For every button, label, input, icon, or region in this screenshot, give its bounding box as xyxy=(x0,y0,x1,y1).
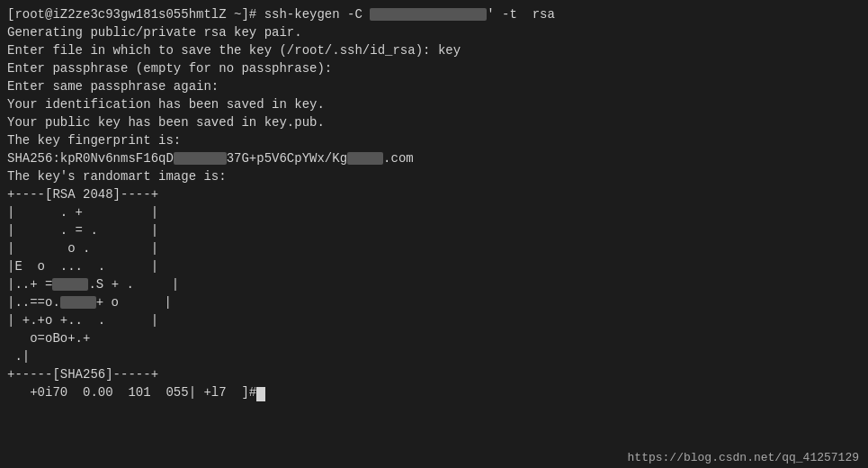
redacted-hash-1 xyxy=(174,152,227,165)
sha-hash-middle: 37G+p5V6CpYWx/Kg xyxy=(227,151,347,166)
terminal-bottom-line[interactable]: +0i70 0.00 101 055| +l7 ]# xyxy=(7,383,861,401)
terminal-line-6: Your identification has been saved in ke… xyxy=(7,95,861,113)
art-line-7: | +.+o +.. . | xyxy=(7,311,861,329)
terminal-line-1: [root@iZ2ze3c93gw181s055hmtlZ ~]# ssh-ke… xyxy=(7,5,861,23)
command-suffix: ' -t rsa xyxy=(487,7,555,22)
art-line-9: .| xyxy=(7,347,861,365)
art-line-4: |E o ... . | xyxy=(7,257,861,275)
art-line-5: |..+ = .S + . | xyxy=(7,275,861,293)
art-line-1: | . + | xyxy=(7,203,861,221)
url-watermark: https://blog.csdn.net/qq_41257129 xyxy=(628,451,859,464)
terminal-line-3: Enter file in which to save the key (/ro… xyxy=(7,41,861,59)
redacted-art-1 xyxy=(52,278,88,291)
terminal-line-2: Generating public/private rsa key pair. xyxy=(7,23,861,41)
terminal-cursor xyxy=(256,387,265,401)
redacted-art-2 xyxy=(60,296,96,309)
redacted-comment-1 xyxy=(370,8,487,21)
terminal-line-8: The key fingerprint is: xyxy=(7,131,861,149)
art-line-2: | . = . | xyxy=(7,221,861,239)
art-line-bottom: +-----[SHA256]-----+ xyxy=(7,365,861,383)
sha-hash-suffix: .com xyxy=(383,151,414,166)
prompt-text: [root@iZ2ze3c93gw181s055hmtlZ ~]# ssh-ke… xyxy=(7,7,370,22)
terminal-line-9: SHA256:kpR0Nv6nmsF16qD 37G+p5V6CpYWx/Kg … xyxy=(7,149,861,167)
terminal-window: [root@iZ2ze3c93gw181s055hmtlZ ~]# ssh-ke… xyxy=(0,0,868,468)
redacted-hash-2 xyxy=(347,152,383,165)
art-line-8: o=oBo+.+ xyxy=(7,329,861,347)
terminal-line-7: Your public key has been saved in key.pu… xyxy=(7,113,861,131)
terminal-line-10: The key's randomart image is: xyxy=(7,167,861,185)
art-line-3: | o . | xyxy=(7,239,861,257)
sha-hash-prefix: SHA256:kpR0Nv6nmsF16qD xyxy=(7,151,174,166)
art-line-6: |..==o. + o | xyxy=(7,293,861,311)
art-line-top: +----[RSA 2048]----+ xyxy=(7,185,861,203)
terminal-line-5: Enter same passphrase again: xyxy=(7,77,861,95)
terminal-line-4: Enter passphrase (empty for no passphras… xyxy=(7,59,861,77)
